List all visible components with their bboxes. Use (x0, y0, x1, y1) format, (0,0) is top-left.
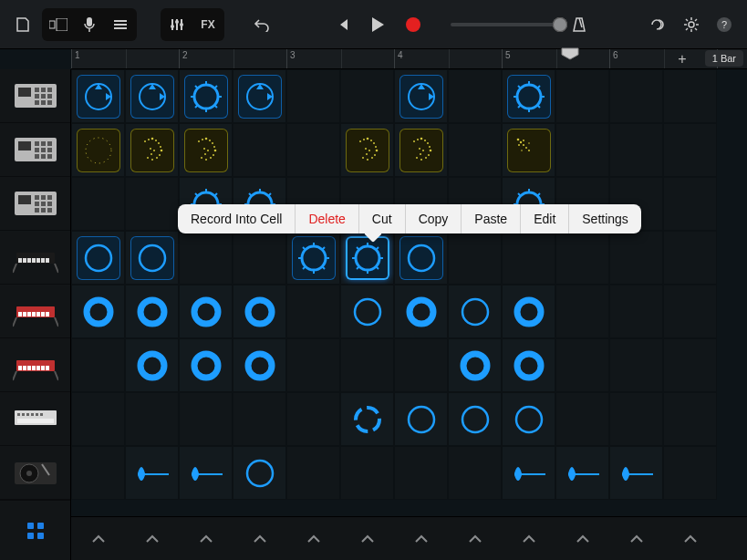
loop-pad[interactable] (77, 75, 120, 119)
column-trigger[interactable] (609, 517, 663, 560)
loop-pad[interactable] (184, 129, 228, 172)
loop-cell[interactable] (233, 338, 286, 392)
loop-cell[interactable] (609, 392, 663, 446)
settings-icon[interactable] (678, 11, 705, 38)
loop-cell[interactable] (609, 231, 663, 285)
loop-cell[interactable] (125, 392, 179, 446)
column-trigger[interactable] (394, 517, 448, 560)
loop-cell[interactable] (340, 123, 394, 177)
play-icon[interactable] (361, 11, 394, 38)
loop-cell[interactable] (340, 392, 394, 446)
loop-cell[interactable] (71, 338, 125, 392)
ruler-bar[interactable]: 1 (71, 49, 179, 68)
loop-pad[interactable] (238, 451, 282, 495)
ctx-delete[interactable]: Delete (296, 204, 358, 233)
track-header-keyboard-2[interactable] (0, 285, 70, 338)
track-header-drum-machine-2[interactable] (0, 123, 70, 177)
loop-cell[interactable] (555, 338, 609, 392)
loop-cell[interactable] (448, 231, 502, 285)
loop-cell[interactable] (233, 69, 286, 123)
loop-pad[interactable] (292, 236, 336, 280)
loop-cell[interactable] (609, 446, 663, 500)
loop-cell[interactable] (71, 392, 125, 446)
loop-cell[interactable] (340, 231, 394, 285)
loop-cell[interactable] (233, 446, 286, 500)
loop-cell[interactable] (71, 123, 125, 177)
column-trigger[interactable] (340, 517, 394, 560)
loop-cell[interactable] (448, 69, 502, 123)
column-trigger[interactable] (448, 517, 502, 560)
loop-cell[interactable] (448, 338, 502, 392)
loop-cell[interactable] (555, 123, 609, 177)
ctx-cut[interactable]: Cut (359, 204, 406, 233)
loop-cell[interactable] (125, 123, 179, 177)
column-trigger[interactable] (125, 517, 179, 560)
ruler-bar[interactable]: 2 (179, 49, 286, 68)
loop-cell[interactable] (179, 69, 233, 123)
loop-cell[interactable] (448, 392, 502, 446)
loop-pad[interactable] (77, 236, 120, 280)
fx-button[interactable]: FX (194, 11, 222, 38)
loop-pad[interactable] (346, 129, 389, 172)
loop-pad[interactable] (346, 290, 389, 334)
loop-pad[interactable] (507, 398, 551, 441)
loop-cell[interactable] (394, 123, 448, 177)
loop-pad[interactable] (184, 344, 228, 388)
loop-pad[interactable] (184, 451, 228, 495)
column-trigger[interactable] (502, 517, 555, 560)
loop-cell[interactable] (609, 338, 663, 392)
loop-icon[interactable] (645, 11, 672, 38)
loop-cell[interactable] (555, 392, 609, 446)
loop-pad[interactable] (346, 398, 389, 441)
loop-pad[interactable] (184, 75, 228, 119)
track-header-turntable-1[interactable] (0, 446, 70, 500)
loop-cell[interactable] (555, 69, 609, 123)
loop-cell[interactable] (286, 392, 340, 446)
loop-pad[interactable] (507, 129, 551, 172)
loop-cell[interactable] (609, 69, 663, 123)
loop-cell[interactable] (663, 123, 717, 177)
loop-cell[interactable] (502, 338, 555, 392)
ctx-copy[interactable]: Copy (406, 204, 462, 233)
grid-mode-icon[interactable] (0, 500, 70, 560)
loop-cell[interactable] (663, 446, 717, 500)
loop-cell[interactable] (125, 285, 179, 338)
loop-cell[interactable] (233, 285, 286, 338)
track-header-keyboard-3[interactable] (0, 338, 70, 392)
loop-cell[interactable] (555, 285, 609, 338)
loop-cell[interactable] (502, 285, 555, 338)
track-header-synth-1[interactable] (0, 392, 70, 446)
column-trigger[interactable] (663, 517, 717, 560)
loop-pad[interactable] (399, 236, 443, 280)
loop-cell[interactable] (609, 123, 663, 177)
loop-cell[interactable] (394, 392, 448, 446)
loop-cell[interactable] (286, 69, 340, 123)
timeline-ruler[interactable]: 1234567 + 1 Bar (71, 49, 747, 69)
column-trigger[interactable] (233, 517, 286, 560)
metronome-icon[interactable] (565, 11, 593, 38)
loop-cell[interactable] (663, 231, 717, 285)
loop-cell[interactable] (502, 446, 555, 500)
loop-cell[interactable] (125, 338, 179, 392)
undo-icon[interactable] (248, 11, 275, 38)
help-icon[interactable]: ? (711, 11, 738, 38)
loop-pad[interactable] (561, 451, 605, 495)
loop-cell[interactable] (125, 446, 179, 500)
loop-cell[interactable] (555, 231, 609, 285)
loop-cell[interactable] (179, 446, 233, 500)
loop-pad[interactable] (507, 451, 551, 495)
loop-pad[interactable] (399, 129, 443, 172)
column-trigger[interactable] (286, 517, 340, 560)
loop-pad[interactable] (238, 290, 282, 334)
sliders-icon[interactable] (107, 11, 134, 38)
ctx-edit[interactable]: Edit (521, 204, 569, 233)
loop-cell[interactable] (394, 338, 448, 392)
loop-pad[interactable] (507, 290, 551, 334)
loop-cell[interactable] (448, 285, 502, 338)
loop-cell[interactable] (179, 338, 233, 392)
loop-pad[interactable] (184, 290, 228, 334)
loop-cell[interactable] (394, 231, 448, 285)
mic-icon[interactable] (76, 11, 103, 38)
loop-cell[interactable] (340, 338, 394, 392)
loop-pad[interactable] (399, 398, 443, 441)
